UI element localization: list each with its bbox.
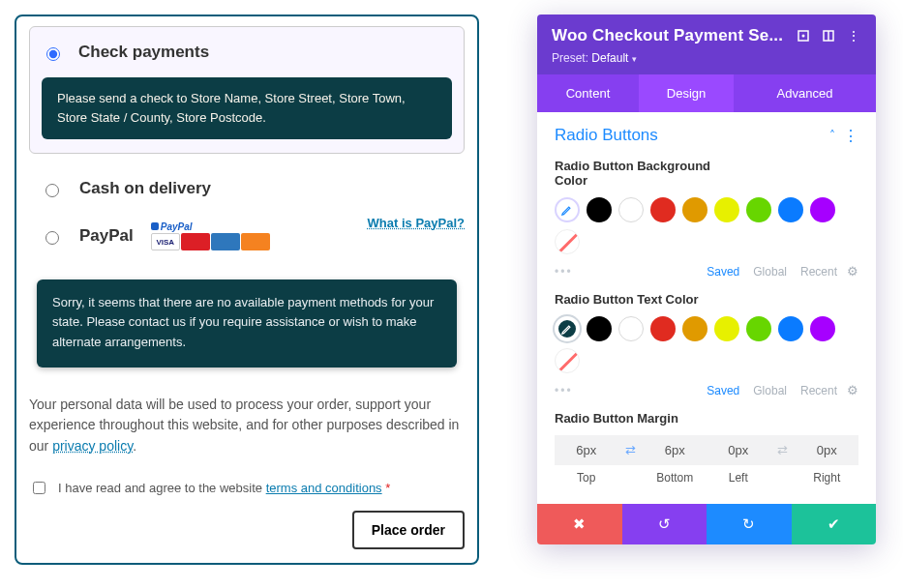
terms-link[interactable]: terms and conditions bbox=[266, 481, 382, 495]
margin-top-label: Top bbox=[555, 465, 618, 485]
payment-method-paypal[interactable]: PayPal PayPal VISA What is PayPal? bbox=[29, 210, 465, 262]
palette-recent[interactable]: Recent bbox=[800, 265, 837, 279]
swatch-purple[interactable] bbox=[810, 197, 835, 222]
margin-right-input[interactable] bbox=[796, 435, 859, 465]
settings-panel: Woo Checkout Payment Se... ⋮ Preset: Def… bbox=[537, 15, 876, 544]
settings-title: Woo Checkout Payment Se... bbox=[552, 26, 786, 45]
margin-inputs: ⇄ ⇄ Top Bottom Left Right bbox=[555, 435, 858, 485]
gear-icon[interactable]: ⚙ bbox=[847, 383, 858, 397]
section-more-icon[interactable]: ⋮ bbox=[843, 127, 858, 145]
payment-error-note: Sorry, it seems that there are no availa… bbox=[37, 279, 457, 367]
preset-dropdown[interactable]: Preset: Default bbox=[552, 51, 861, 65]
paypal-mini-logo: PayPal bbox=[151, 221, 193, 232]
color-picker-button-dark[interactable] bbox=[555, 316, 580, 341]
settings-tabs: Content Design Advanced bbox=[537, 74, 876, 112]
more-icon[interactable]: ⋮ bbox=[846, 28, 861, 44]
palette-saved[interactable]: Saved bbox=[707, 384, 739, 397]
margin-left-input[interactable] bbox=[707, 435, 770, 465]
tab-design[interactable]: Design bbox=[639, 74, 734, 112]
bg-color-meta: ••• Saved Global Recent ⚙ bbox=[555, 264, 858, 279]
payment-method-check-box: Check payments Please send a check to St… bbox=[29, 26, 465, 154]
swatch-green[interactable] bbox=[746, 316, 771, 341]
radio-check-payments[interactable] bbox=[46, 47, 60, 61]
gear-icon[interactable]: ⚙ bbox=[847, 264, 858, 279]
columns-icon[interactable] bbox=[821, 28, 836, 44]
redo-button[interactable]: ↻ bbox=[707, 504, 792, 544]
preset-value: Default bbox=[591, 51, 628, 65]
swatch-red[interactable] bbox=[650, 316, 676, 341]
swatch-none[interactable] bbox=[555, 229, 580, 254]
terms-prefix: I have read and agree to the website bbox=[58, 481, 266, 495]
terms-required: * bbox=[385, 481, 390, 495]
swatch-black[interactable] bbox=[587, 316, 612, 341]
text-color-meta: ••• Saved Global Recent ⚙ bbox=[555, 383, 858, 397]
bg-color-swatches bbox=[555, 197, 858, 254]
preset-label: Preset: bbox=[552, 51, 591, 65]
terms-checkbox[interactable] bbox=[33, 482, 45, 494]
swatch-green[interactable] bbox=[746, 197, 771, 222]
swatch-blue[interactable] bbox=[778, 316, 803, 341]
swatch-yellow[interactable] bbox=[714, 197, 739, 222]
terms-row[interactable]: I have read and agree to the website ter… bbox=[29, 479, 465, 497]
tab-content[interactable]: Content bbox=[537, 74, 639, 112]
margin-label: Radio Button Margin bbox=[555, 411, 858, 426]
swatch-blue[interactable] bbox=[778, 197, 803, 222]
paypal-logos: PayPal VISA bbox=[151, 221, 270, 250]
margin-bottom-input[interactable] bbox=[644, 435, 707, 465]
privacy-text-2: . bbox=[133, 438, 136, 454]
margin-bottom-label: Bottom bbox=[644, 465, 707, 485]
palette-saved[interactable]: Saved bbox=[707, 265, 739, 279]
payment-method-paypal-label: PayPal bbox=[79, 226, 134, 246]
payment-method-check-note: Please send a check to Store Name, Store… bbox=[42, 77, 452, 139]
swatch-black[interactable] bbox=[587, 197, 612, 222]
visa-icon: VISA bbox=[151, 233, 180, 250]
swatch-white[interactable] bbox=[618, 197, 644, 222]
more-swatches-icon[interactable]: ••• bbox=[555, 265, 573, 279]
payment-method-check[interactable]: Check payments bbox=[42, 39, 452, 66]
save-button[interactable]: ✔ bbox=[792, 504, 877, 544]
settings-footer: ✖ ↺ ↻ ✔ bbox=[537, 504, 876, 544]
swatch-white[interactable] bbox=[618, 316, 644, 341]
expand-icon[interactable] bbox=[796, 28, 811, 44]
color-picker-button[interactable] bbox=[555, 197, 580, 222]
privacy-policy-link[interactable]: privacy policy bbox=[52, 438, 133, 454]
swatch-red[interactable] bbox=[650, 197, 676, 222]
checkout-panel: Check payments Please send a check to St… bbox=[15, 15, 479, 565]
mastercard-icon bbox=[181, 233, 210, 250]
link-vertical-icon[interactable]: ⇄ bbox=[618, 435, 644, 465]
palette-global[interactable]: Global bbox=[753, 265, 787, 279]
swatch-orange[interactable] bbox=[682, 316, 707, 341]
place-order-button[interactable]: Place order bbox=[352, 511, 465, 549]
text-color-label: Radio Button Text Color bbox=[555, 292, 858, 307]
payment-method-cod[interactable]: Cash on delivery bbox=[29, 167, 465, 210]
payment-method-check-label: Check payments bbox=[78, 43, 209, 62]
settings-header: Woo Checkout Payment Se... ⋮ Preset: Def… bbox=[537, 15, 876, 74]
swatch-yellow[interactable] bbox=[714, 316, 739, 341]
margin-right-label: Right bbox=[796, 465, 859, 485]
what-is-paypal-link[interactable]: What is PayPal? bbox=[368, 216, 465, 230]
section-title: Radio Buttons bbox=[555, 126, 658, 145]
radio-paypal[interactable] bbox=[45, 231, 59, 245]
radio-cod[interactable] bbox=[45, 184, 59, 197]
privacy-text: Your personal data will be used to proce… bbox=[29, 395, 465, 457]
svg-point-1 bbox=[802, 35, 805, 38]
undo-button[interactable]: ↺ bbox=[622, 504, 707, 544]
discard-button[interactable]: ✖ bbox=[537, 504, 622, 544]
discover-icon bbox=[241, 233, 270, 250]
more-swatches-icon[interactable]: ••• bbox=[555, 384, 573, 397]
tab-advanced[interactable]: Advanced bbox=[734, 74, 876, 112]
swatch-orange[interactable] bbox=[682, 197, 707, 222]
swatch-purple[interactable] bbox=[810, 316, 835, 341]
section-header[interactable]: Radio Buttons ˄ ⋮ bbox=[555, 126, 858, 145]
amex-icon bbox=[211, 233, 240, 250]
palette-recent[interactable]: Recent bbox=[800, 384, 837, 397]
swatch-none[interactable] bbox=[555, 348, 580, 373]
bg-color-label: Radio Button Background Color bbox=[555, 159, 729, 188]
card-logo-strip: VISA bbox=[151, 233, 270, 250]
chevron-up-icon[interactable]: ˄ bbox=[829, 129, 835, 142]
link-horizontal-icon[interactable]: ⇄ bbox=[770, 435, 796, 465]
section-radio-buttons: Radio Buttons ˄ ⋮ Radio Button Backgroun… bbox=[537, 112, 876, 504]
margin-top-input[interactable] bbox=[555, 435, 618, 465]
payment-method-cod-label: Cash on delivery bbox=[79, 179, 211, 198]
palette-global[interactable]: Global bbox=[753, 384, 787, 397]
